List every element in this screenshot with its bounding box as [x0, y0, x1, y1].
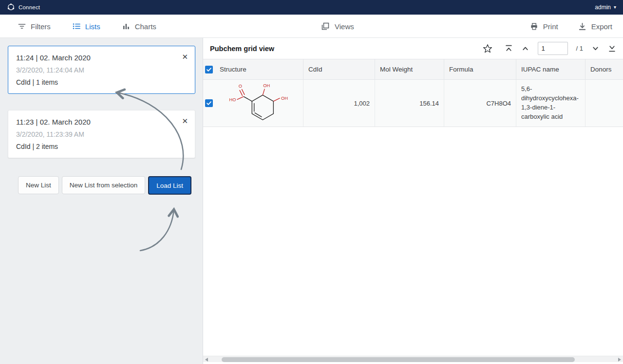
brand: Connect [7, 3, 40, 12]
grid-title: Pubchem grid view [210, 45, 274, 53]
scrollbar-right-arrow[interactable] [618, 358, 621, 362]
atom-label-oh-right: OH [281, 96, 288, 101]
print-label: Print [543, 22, 558, 31]
cell-donors [585, 80, 623, 127]
scrollbar-thumb[interactable] [222, 357, 575, 362]
scroll-to-bottom-icon[interactable] [608, 44, 616, 53]
column-header-mol-weight[interactable]: Mol Weight [375, 59, 444, 79]
print-icon [529, 22, 539, 31]
list-actions: New List New List from selection Load Li… [18, 176, 191, 195]
grid-controls: / 1 [482, 38, 616, 59]
scroll-to-top-icon[interactable] [505, 44, 513, 53]
page-total: / 1 [576, 45, 583, 52]
app-window: Connect admin ▾ Filters Li [0, 0, 623, 364]
arrow-to-load-list-button [140, 209, 174, 251]
page-up-icon[interactable] [521, 44, 529, 53]
page-down-icon[interactable] [591, 44, 600, 53]
lists-tab[interactable]: Lists [72, 15, 100, 38]
select-all-checkbox[interactable] [205, 66, 213, 73]
filters-tab[interactable]: Filters [18, 15, 51, 38]
caret-down-icon: ▾ [614, 5, 616, 10]
user-menu[interactable]: admin ▾ [595, 4, 616, 11]
export-download-icon [578, 22, 587, 31]
cell-mol-weight: 156.14 [375, 80, 444, 127]
charts-tab[interactable]: Charts [122, 15, 156, 38]
close-icon[interactable]: ✕ [182, 53, 188, 61]
atom-label-o: O [238, 84, 242, 89]
filters-label: Filters [31, 22, 51, 31]
table-row[interactable]: O HO OH OH 1,002 156.14 C7H8O4 5,6-dihyd… [203, 80, 623, 127]
export-button[interactable]: Export [578, 15, 612, 38]
filter-icon [18, 22, 26, 31]
views-icon [321, 21, 330, 31]
views-button[interactable]: Views [321, 15, 354, 38]
cell-iupac-name: 5,6-dihydroxycyclohexa-1,3-diene-1-carbo… [516, 80, 585, 127]
column-header-formula[interactable]: Formula [444, 59, 516, 79]
cell-cdid: 1,002 [303, 80, 375, 127]
views-label: Views [335, 22, 354, 31]
grid-column-headers: Structure CdId Mol Weight Formula IUPAC … [203, 59, 623, 80]
select-all-cell [203, 59, 215, 79]
list-card-title: 11:23 | 02. March 2020 [16, 118, 187, 126]
scrollbar-left-arrow[interactable] [205, 358, 208, 362]
list-card-timestamp: 3/2/2020, 11:24:04 AM [16, 66, 187, 74]
favorite-star-icon[interactable] [482, 43, 493, 54]
atom-label-oh-top: OH [263, 83, 270, 88]
list-card-selected[interactable]: ✕ 11:24 | 02. March 2020 3/2/2020, 11:24… [8, 46, 195, 94]
export-label: Export [591, 22, 612, 31]
list-card[interactable]: ✕ 11:23 | 02. March 2020 3/2/2020, 11:23… [8, 110, 195, 158]
brand-label: Connect [19, 4, 40, 10]
print-button[interactable]: Print [529, 15, 558, 38]
horizontal-scrollbar[interactable] [203, 356, 623, 362]
atom-label-ho: HO [229, 97, 236, 102]
load-list-button[interactable]: Load List [148, 176, 191, 195]
lists-label: Lists [85, 22, 100, 31]
list-card-meta: CdId | 1 items [16, 78, 187, 86]
user-name: admin [595, 4, 611, 11]
list-card-timestamp: 3/2/2020, 11:23:39 AM [16, 130, 187, 138]
list-icon [72, 22, 81, 31]
row-checkbox[interactable] [205, 99, 213, 107]
toolbar: Filters Lists [0, 15, 623, 38]
row-select-cell [203, 80, 215, 127]
structure-cell: O HO OH OH [215, 80, 303, 127]
bar-chart-icon [122, 22, 131, 31]
top-navbar: Connect admin ▾ [0, 0, 623, 15]
column-header-structure[interactable]: Structure [215, 59, 303, 79]
grid-panel: Pubchem grid view / 1 [203, 38, 623, 364]
column-header-iupac-name[interactable]: IUPAC name [516, 59, 585, 79]
molecule-structure-image: O HO OH OH [217, 81, 301, 125]
list-card-title: 11:24 | 02. March 2020 [16, 54, 187, 62]
connect-logo-icon [7, 3, 15, 12]
new-list-from-selection-button[interactable]: New List from selection [62, 176, 146, 194]
list-card-meta: CdId | 2 items [16, 143, 187, 150]
new-list-button[interactable]: New List [18, 176, 59, 194]
column-header-donors[interactable]: Donors [585, 59, 623, 79]
charts-label: Charts [135, 22, 156, 31]
column-header-cdid[interactable]: CdId [303, 59, 375, 79]
page-number-input[interactable] [538, 42, 568, 55]
cell-formula: C7H8O4 [444, 80, 516, 127]
close-icon[interactable]: ✕ [182, 117, 188, 126]
lists-panel: ✕ 11:24 | 02. March 2020 3/2/2020, 11:24… [0, 38, 203, 364]
grid-header: Pubchem grid view / 1 [203, 38, 623, 59]
